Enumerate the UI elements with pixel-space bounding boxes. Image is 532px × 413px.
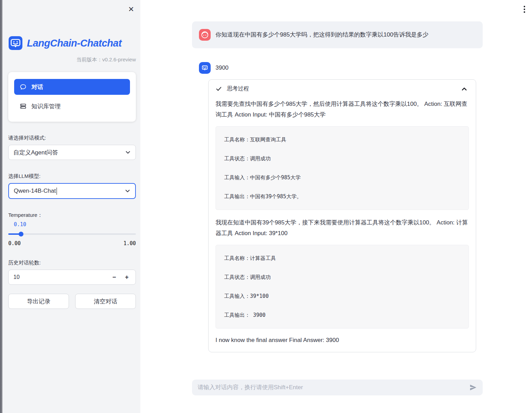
tool-input-row: 工具输入：39*100 <box>224 293 460 300</box>
history-rounds-label: 历史对话轮数: <box>8 260 136 266</box>
chevron-down-icon <box>125 188 130 194</box>
nav-card: 对话 知识库管理 <box>8 72 136 122</box>
temperature-slider[interactable] <box>8 232 136 236</box>
increment-button[interactable]: + <box>125 274 129 280</box>
chat-bubble-icon <box>20 83 27 90</box>
chat-input[interactable] <box>198 384 465 391</box>
clear-dialogue-button[interactable]: 清空对话 <box>75 294 136 309</box>
sidebar-item-dialogue[interactable]: 对话 <box>14 79 130 95</box>
decrement-button[interactable]: − <box>112 274 116 280</box>
send-icon <box>469 383 477 392</box>
thought-expander: 思考过程 我需要先查找中国有多少个985大学，然后使用计算器工具将这个数字乘以1… <box>208 79 476 352</box>
tool-name-row: 工具名称：互联网查询工具 <box>224 137 460 143</box>
assistant-answer-text: 3900 <box>215 63 229 72</box>
final-answer-text: I now know the final answer Final Answer… <box>215 337 469 344</box>
sidebar: ✕ LangChain-Chatchat 当前版本：v0.2.6-preview… <box>2 0 140 413</box>
assistant-message-row: 3900 <box>192 62 483 74</box>
slider-max-label: 1.00 <box>123 240 136 246</box>
tool-call-box-1: 工具名称：互联网查询工具 工具状态：调用成功 工具输入：中国有多少个985大学 … <box>215 126 469 210</box>
slider-min-label: 0.00 <box>8 240 21 246</box>
user-message-row: 你知道现在中国有多少个985大学吗，把这得到的结果的数字乘以100告诉我是多少 <box>192 21 483 48</box>
sidebar-item-label: 对话 <box>31 83 43 91</box>
window-edge <box>0 0 2 413</box>
llm-model-value: Qwen-14B-Chat <box>14 188 56 194</box>
tool-output-row: 工具输出： 3900 <box>224 312 460 319</box>
thought-paragraph-1: 我需要先查找中国有多少个985大学，然后使用计算器工具将这个数字乘以100。 A… <box>215 99 469 120</box>
user-avatar <box>199 29 211 41</box>
slider-track <box>8 233 136 235</box>
chevron-down-icon <box>125 150 131 155</box>
history-rounds-value: 10 <box>13 274 20 280</box>
tool-status-row: 工具状态：调用成功 <box>224 274 460 281</box>
temperature-label: Temperature： <box>8 212 136 219</box>
chat-input-bar <box>192 380 483 395</box>
assistant-avatar <box>199 62 211 74</box>
llm-model-label: 选择LLM模型: <box>8 173 136 180</box>
sidebar-close-icon[interactable]: ✕ <box>128 6 134 13</box>
text-cursor <box>57 188 57 195</box>
thought-paragraph-2: 我现在知道中国有39个985大学，接下来我需要使用计算器工具将这个数字乘以100… <box>215 218 469 239</box>
slider-thumb[interactable] <box>19 232 23 236</box>
chatchat-logo-icon <box>8 36 23 50</box>
export-records-button[interactable]: 导出记录 <box>8 294 69 309</box>
dialogue-mode-label: 请选择对话模式: <box>8 135 136 141</box>
chatchat-bot-icon <box>201 64 209 72</box>
llm-model-select[interactable]: Qwen-14B-Chat <box>8 183 136 199</box>
history-rounds-input[interactable]: 10 − + <box>8 270 136 285</box>
user-message-text: 你知道现在中国有多少个985大学吗，把这得到的结果的数字乘以100告诉我是多少 <box>215 30 429 39</box>
app-logo: LangChain-Chatchat <box>8 36 136 50</box>
menu-kebab-icon[interactable] <box>521 5 528 14</box>
thought-expander-title: 思考过程 <box>227 85 249 92</box>
tool-input-row: 工具输入：中国有多少个985大学 <box>224 174 460 181</box>
version-text: 当前版本：v0.2.6-preview <box>8 57 136 63</box>
check-icon <box>215 85 222 92</box>
version-label: 当前版本： <box>76 57 102 62</box>
dialogue-mode-value: 自定义Agent问答 <box>13 149 58 157</box>
tool-output-row: 工具输出：中国有39个985大学。 <box>224 193 460 200</box>
send-button[interactable] <box>469 383 477 392</box>
temperature-value: 0.10 <box>14 221 136 228</box>
sidebar-item-knowledge-base[interactable]: 知识库管理 <box>14 98 130 114</box>
database-stack-icon <box>20 103 27 110</box>
user-face-icon <box>201 31 209 39</box>
tool-call-box-2: 工具名称：计算器工具 工具状态：调用成功 工具输入：39*100 工具输出： 3… <box>215 245 469 329</box>
chevron-up-icon[interactable] <box>462 87 467 91</box>
app-title: LangChain-Chatchat <box>27 38 122 49</box>
version-value: v0.2.6-preview <box>102 57 136 62</box>
dialogue-mode-select[interactable]: 自定义Agent问答 <box>8 145 136 160</box>
sidebar-item-label: 知识库管理 <box>31 102 61 110</box>
tool-name-row: 工具名称：计算器工具 <box>224 255 460 262</box>
main-area: 你知道现在中国有多少个985大学吗，把这得到的结果的数字乘以100告诉我是多少 … <box>140 0 532 413</box>
tool-status-row: 工具状态：调用成功 <box>224 155 460 162</box>
chat-content: 你知道现在中国有多少个985大学吗，把这得到的结果的数字乘以100告诉我是多少 … <box>192 0 483 395</box>
thought-expander-header[interactable]: 思考过程 <box>215 80 469 98</box>
